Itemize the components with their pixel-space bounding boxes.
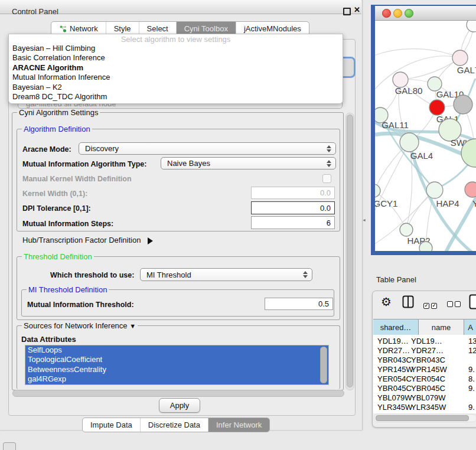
network-graph: GAL7GAL80GAL10GAL1GAL11SWI4GAL4GCY1HAP4Y…: [375, 21, 476, 251]
tab-label: Impute Data: [90, 420, 132, 429]
table-row[interactable]: YPR145WYPR145W9.: [373, 365, 476, 374]
table-cell: YBL079W: [377, 393, 412, 402]
algorithm-option-mutual-information-inference[interactable]: Mutual Information Inference: [11, 73, 340, 82]
node-label: HAP4: [436, 198, 459, 208]
table-cell: 9: [468, 412, 472, 413]
mi-type-combo[interactable]: Naive Bayes: [161, 157, 336, 169]
scrollbar-thumb[interactable]: [376, 415, 469, 421]
network-canvas[interactable]: GAL7GAL80GAL10GAL1GAL11SWI4GAL4GCY1HAP4Y…: [375, 21, 476, 251]
data-attributes-label: Data Attributes: [21, 335, 76, 344]
panel-splitter-handle[interactable]: ◄: [362, 218, 366, 222]
mi-threshold-field[interactable]: 0.5: [265, 298, 333, 310]
table-cell: YBL079W: [411, 393, 446, 402]
column-header-name[interactable]: name: [419, 319, 464, 335]
network-node-gal1[interactable]: [429, 100, 445, 115]
table-cell: YER054C: [377, 374, 412, 383]
table-cell: YDL19…: [377, 337, 409, 345]
list-scrollbar[interactable]: [320, 347, 327, 383]
mi-type-value: Naive Bayes: [167, 159, 210, 168]
column-header-shared-[interactable]: shared…: [373, 319, 419, 335]
manual-kernel-checkbox[interactable]: [322, 174, 331, 183]
gear-icon[interactable]: ⚙: [381, 296, 392, 308]
network-node[interactable]: [467, 21, 476, 32]
stepper-icon: [303, 271, 308, 278]
table-function-icon[interactable]: [469, 294, 476, 309]
table-cell: YLR345W: [377, 403, 412, 412]
attribute-item-topologicalcoefficient[interactable]: TopologicalCoefficient: [25, 355, 328, 364]
data-attributes-list[interactable]: SelfLoopsTopologicalCoefficientBetweenne…: [25, 345, 329, 385]
algorithm-option-dream8-dc-tdc-algorithm[interactable]: Dream8 DC_TDC Algorithm: [11, 92, 340, 102]
network-node-gal4[interactable]: [400, 133, 419, 152]
network-window-titlebar[interactable]: [375, 6, 476, 21]
mi-steps-field[interactable]: 6: [251, 216, 335, 229]
which-threshold-combo[interactable]: MI Threshold: [140, 268, 312, 281]
table-row[interactable]: YBR043CYBR043C: [373, 356, 476, 365]
table-row[interactable]: YDL19…YDL19…13: [373, 337, 476, 346]
algorithm-option-aracne-algorithm[interactable]: ARACNE Algorithm: [11, 63, 340, 73]
table-row[interactable]: YLR345WYLR345W9.: [373, 403, 476, 412]
tab-impute-data[interactable]: Impute Data: [83, 418, 140, 432]
close-icon[interactable]: ✕: [354, 5, 360, 14]
minimized-panel-icon[interactable]: [3, 442, 16, 450]
node-label: GCY1: [375, 198, 397, 208]
network-node-hap4[interactable]: [426, 182, 443, 198]
table-header-row: shared…nameA: [373, 319, 476, 335]
table-cell: YBR045C: [377, 384, 412, 393]
apply-button[interactable]: Apply: [159, 398, 200, 413]
table-horizontal-scrollbar[interactable]: [374, 414, 476, 422]
settings-horizontal-scrollbar[interactable]: [12, 390, 344, 397]
zoom-traffic-light-icon[interactable]: [405, 9, 413, 18]
algorithm-option-basic-correlation-inference[interactable]: Basic Correlation Inference: [11, 53, 340, 63]
scrollbar-thumb[interactable]: [347, 115, 353, 387]
collapse-arrow-icon[interactable]: ▼: [129, 322, 136, 330]
algorithm-definition-title: Algorithm Definition: [22, 125, 92, 133]
table-cell: YDR27…: [377, 346, 410, 355]
hub-factor-expander[interactable]: Hub/Transcription Factor Definition: [22, 236, 153, 244]
settings-vertical-scrollbar[interactable]: [345, 113, 354, 390]
attribute-item-gal4rgexp[interactable]: gal4RGexp: [25, 374, 328, 384]
table-row[interactable]: YIL052CYIL052C9: [373, 412, 476, 413]
close-traffic-light-icon[interactable]: [382, 9, 391, 18]
table-row[interactable]: YBR045CYBR045C9.: [373, 384, 476, 393]
tab-infer-network[interactable]: Infer Network: [208, 418, 269, 432]
manual-kernel-label: Manual Kernel Width Definition: [22, 175, 132, 183]
network-view-window: GAL7GAL80GAL10GAL1GAL11SWI4GAL4GCY1HAP4Y…: [371, 5, 476, 255]
network-node-hap2[interactable]: [400, 223, 413, 236]
kernel-width-field[interactable]: 0.0: [251, 187, 335, 199]
dpi-tolerance-field[interactable]: 0.0: [251, 201, 335, 214]
column-header-a[interactable]: A: [464, 319, 476, 335]
minimize-traffic-light-icon[interactable]: [393, 9, 402, 18]
hide-columns-icon[interactable]: [447, 299, 462, 309]
sources-group-title: Sources for Network Inference ▼: [22, 321, 138, 330]
float-window-icon[interactable]: [343, 8, 351, 15]
show-selected-columns-icon[interactable]: ✓✓: [423, 299, 439, 309]
table-row[interactable]: YER054CYER054C8.: [373, 374, 476, 384]
which-threshold-label: Which threshold to use:: [50, 271, 134, 279]
algorithm-option-bayesian-k2[interactable]: Bayesian – K2: [11, 83, 340, 92]
table-row[interactable]: YDR27…YDR27…12: [373, 346, 476, 356]
network-node[interactable]: [419, 242, 432, 251]
node-label: GAL11: [382, 120, 409, 130]
aracne-mode-combo[interactable]: Discovery: [79, 142, 336, 155]
split-columns-icon[interactable]: [402, 295, 414, 308]
mi-threshold-value: 0.5: [318, 299, 329, 308]
tab-discretize-data[interactable]: Discretize Data: [140, 418, 208, 432]
tab-label: Network: [70, 24, 98, 33]
tab-label: Discretize Data: [148, 420, 200, 429]
aracne-mode-label: Aracne Mode:: [22, 145, 71, 154]
node-label: GAL7: [457, 65, 476, 75]
table-cell: YBR043C: [411, 356, 445, 364]
table-row[interactable]: YBL079WYBL079W: [373, 393, 476, 403]
attribute-item-betweennesscentrality[interactable]: BetweennessCentrality: [25, 365, 328, 374]
threshold-definition-title: Threshold Definition: [22, 252, 94, 261]
tab-label: Style: [114, 24, 131, 33]
network-node-gal7[interactable]: [452, 50, 468, 66]
attribute-item-selfloops[interactable]: SelfLoops: [25, 345, 328, 355]
algorithm-option-bayesian-hill-climbing[interactable]: Bayesian – Hill Climbing: [11, 44, 340, 53]
network-node-y[interactable]: [465, 182, 476, 197]
expander-arrow-icon: [148, 237, 153, 244]
network-node[interactable]: [454, 95, 472, 114]
table-cell: YIL052C: [411, 412, 441, 413]
table-cell: YBR043C: [377, 356, 412, 364]
node-label: GAL80: [395, 86, 423, 96]
